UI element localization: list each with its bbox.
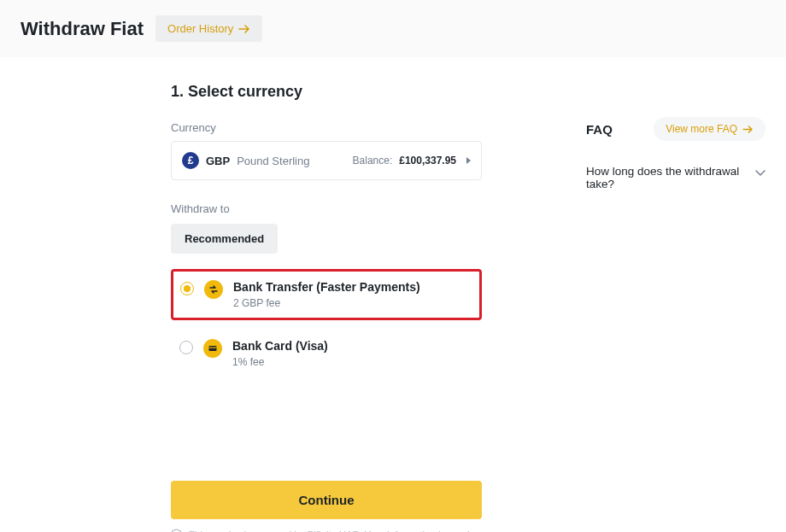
radio-selected-icon <box>180 282 194 295</box>
order-history-label: Order History <box>167 22 233 35</box>
svg-rect-1 <box>209 348 217 348</box>
header-bar: Withdraw Fiat Order History <box>0 0 786 57</box>
step-title: 1. Select currency <box>171 83 482 101</box>
continue-button[interactable]: Continue <box>171 481 482 519</box>
transfer-icon <box>204 280 223 299</box>
balance-label: Balance: <box>353 155 393 167</box>
faq-item[interactable]: How long does the withdrawal take? <box>586 165 765 190</box>
currency-label: Currency <box>171 121 482 134</box>
method-fee: 2 GBP fee <box>233 297 420 309</box>
option-bank-transfer[interactable]: Bank Transfer (Faster Payments) 2 GBP fe… <box>171 269 482 320</box>
chevron-down-icon <box>755 167 765 179</box>
order-history-button[interactable]: Order History <box>155 15 262 42</box>
gbp-icon: £ <box>182 152 199 169</box>
method-name: Bank Card (Visa) <box>232 339 328 353</box>
view-more-label: View more FAQ <box>666 123 737 135</box>
triangle-right-icon <box>466 157 471 164</box>
withdraw-to-label: Withdraw to <box>171 202 482 215</box>
radio-unselected-icon <box>179 341 193 354</box>
view-more-faq-button[interactable]: View more FAQ <box>654 117 765 141</box>
balance-value: £100,337.95 <box>399 155 456 167</box>
shield-icon <box>171 529 182 532</box>
disclaimer-text: This service is powered by Bifinity UAB.… <box>189 528 482 532</box>
method-name: Bank Transfer (Faster Payments) <box>233 280 420 294</box>
faq-column: FAQ View more FAQ How long does the with… <box>586 117 765 532</box>
currency-code: GBP <box>206 155 230 167</box>
page-title: Withdraw Fiat <box>21 18 144 40</box>
svg-rect-0 <box>209 346 217 351</box>
disclaimer: This service is powered by Bifinity UAB.… <box>171 528 482 532</box>
main-column: 1. Select currency Currency £ GBP Pound … <box>171 83 482 532</box>
currency-name: Pound Sterling <box>237 155 309 167</box>
arrow-right-icon <box>238 25 250 33</box>
option-bank-card[interactable]: Bank Card (Visa) 1% fee <box>171 329 482 378</box>
method-fee: 1% fee <box>232 356 328 368</box>
recommended-tab[interactable]: Recommended <box>171 224 278 254</box>
faq-title: FAQ <box>586 122 613 137</box>
card-icon <box>203 339 222 358</box>
currency-selector[interactable]: £ GBP Pound Sterling Balance: £100,337.9… <box>171 141 482 180</box>
withdraw-options: Bank Transfer (Faster Payments) 2 GBP fe… <box>171 269 482 378</box>
faq-question: How long does the withdrawal take? <box>586 165 747 190</box>
arrow-right-icon <box>742 126 754 133</box>
